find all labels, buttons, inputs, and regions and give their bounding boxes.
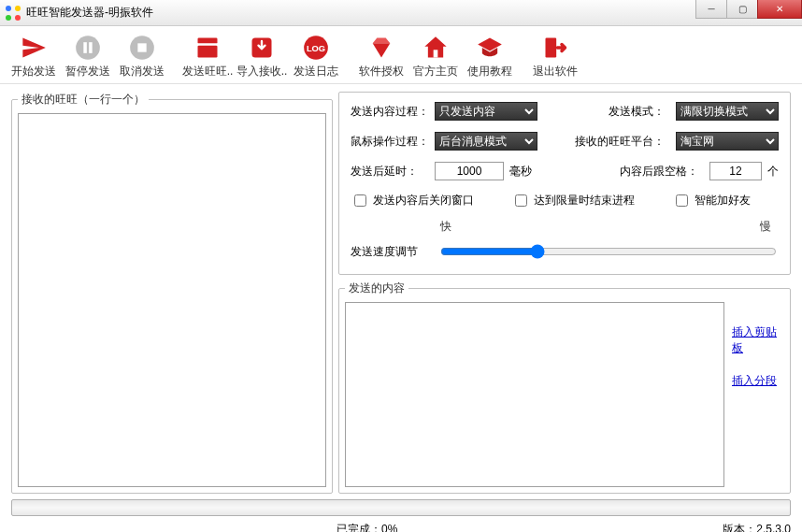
send-content-process-label: 发送内容过程： — [351, 104, 429, 120]
spaces-label: 内容后跟空格： — [537, 164, 704, 180]
smart-friend-checkbox[interactable]: 智能加好友 — [672, 192, 751, 209]
svg-rect-1 — [83, 42, 87, 53]
close-after-checkbox[interactable]: 发送内容后关闭窗口 — [351, 192, 474, 209]
speed-label: 发送速度调节 — [351, 244, 429, 260]
export-box-icon — [193, 34, 222, 62]
svg-text:LOG: LOG — [307, 44, 325, 53]
status-bar: 已完成：0% 版本：2.5.3.0 — [0, 516, 802, 532]
version-label: 版本： — [723, 523, 756, 532]
end-on-limit-checkbox[interactable]: 达到限量时结束进程 — [511, 192, 635, 209]
recv-platform-label: 接收的旺旺平台： — [543, 134, 670, 150]
options-fieldset: 发送内容过程： 只发送内容 发送模式： 满限切换模式 鼠标操作过程： 后台消息模… — [338, 92, 791, 275]
mouse-op-label: 鼠标操作过程： — [351, 134, 429, 150]
delay-unit: 毫秒 — [509, 164, 532, 180]
insert-segment-link[interactable]: 插入分段 — [732, 373, 784, 389]
exit-button[interactable]: 退出软件 — [529, 30, 581, 81]
send-mode-select[interactable]: 满限切换模式 — [676, 102, 779, 121]
recv-wangwang-legend: 接收的旺旺（一行一个） — [18, 92, 149, 108]
speed-slider[interactable] — [440, 244, 777, 259]
insert-clipboard-link[interactable]: 插入剪贴板 — [732, 324, 784, 356]
recv-wangwang-fieldset: 接收的旺旺（一行一个） — [11, 92, 333, 494]
cancel-send-button[interactable]: 取消发送 — [116, 30, 168, 81]
spaces-input[interactable] — [709, 162, 762, 180]
spaces-unit: 个 — [767, 164, 779, 180]
speed-fast-label: 快 — [440, 219, 451, 235]
svg-rect-11 — [546, 38, 557, 58]
homepage-button[interactable]: 官方主页 — [409, 30, 462, 81]
svg-point-0 — [76, 36, 100, 60]
software-auth-button[interactable]: 软件授权 — [355, 30, 408, 81]
paper-plane-icon — [20, 34, 48, 62]
recv-platform-select[interactable]: 淘宝网 — [676, 132, 779, 151]
delay-input[interactable] — [435, 162, 504, 180]
grad-cap-icon — [476, 34, 504, 62]
send-content-legend: 发送的内容 — [345, 280, 408, 296]
delay-label: 发送后延时： — [351, 164, 429, 180]
exit-icon — [541, 34, 569, 62]
start-send-button[interactable]: 开始发送 — [7, 30, 60, 81]
import-recv-button[interactable]: 导入接收.. — [236, 30, 288, 81]
svg-rect-2 — [89, 42, 93, 53]
recv-wangwang-textarea[interactable] — [18, 113, 326, 487]
window-title: 旺旺智能发送器-明振软件 — [26, 5, 153, 21]
minimize-button[interactable]: ─ — [695, 0, 727, 19]
diamond-icon — [367, 34, 395, 62]
send-log-button[interactable]: LOG 发送日志 — [290, 30, 342, 81]
mouse-op-select[interactable]: 后台消息模式 — [435, 132, 537, 151]
send-content-fieldset: 发送的内容 插入剪贴板 插入分段 — [338, 280, 791, 494]
pause-send-button[interactable]: 暂停发送 — [62, 30, 114, 81]
import-down-icon — [248, 34, 276, 62]
app-icon — [6, 6, 21, 21]
version-value: 2.5.3.0 — [756, 523, 791, 532]
titlebar: 旺旺智能发送器-明振软件 ─ ▢ ✕ — [0, 0, 802, 26]
completed-value: 0% — [381, 523, 397, 532]
send-content-process-select[interactable]: 只发送内容 — [435, 102, 537, 121]
send-mode-label: 发送模式： — [543, 104, 670, 120]
svg-rect-5 — [198, 46, 218, 58]
send-content-textarea[interactable] — [345, 302, 724, 487]
stop-circle-icon — [128, 34, 156, 62]
pause-circle-icon — [74, 34, 102, 62]
log-icon: LOG — [302, 34, 330, 62]
home-icon — [422, 34, 450, 62]
svg-rect-6 — [198, 38, 218, 44]
svg-rect-10 — [434, 50, 438, 57]
progress-bar — [11, 499, 791, 516]
tutorial-button[interactable]: 使用教程 — [464, 30, 516, 81]
speed-slow-label: 慢 — [760, 219, 771, 235]
close-button[interactable]: ✕ — [757, 0, 802, 19]
toolbar: 开始发送 暂停发送 取消发送 发送旺旺.. 导入接收.. LOG 发送日志 — [0, 26, 802, 84]
send-wangwang-button[interactable]: 发送旺旺.. — [181, 30, 234, 81]
maximize-button[interactable]: ▢ — [726, 0, 758, 19]
completed-label: 已完成： — [337, 523, 381, 532]
svg-rect-4 — [137, 43, 146, 51]
